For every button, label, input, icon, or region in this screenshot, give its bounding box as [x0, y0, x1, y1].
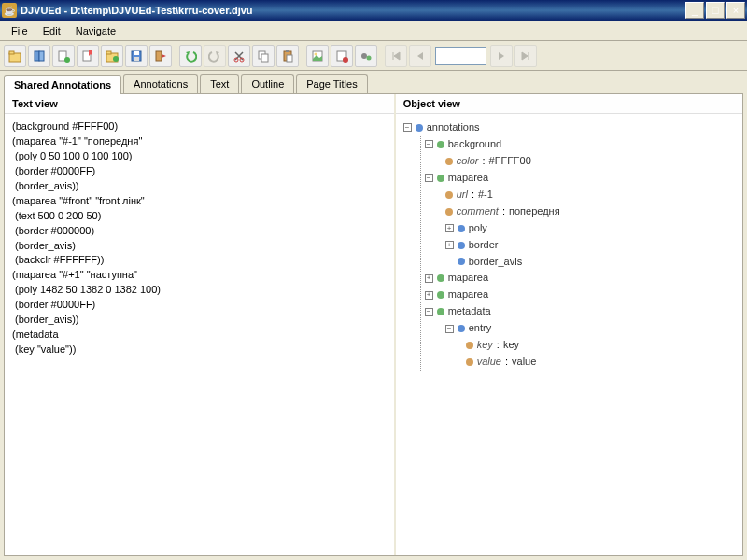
window-title: DJVUEd - D:\temp\DJVUEd-Test\krru-cover.…	[21, 5, 685, 16]
prop-key: color	[457, 154, 479, 169]
node-icon	[416, 124, 423, 132]
leaf-icon	[466, 342, 473, 349]
paste-icon[interactable]	[276, 45, 299, 67]
text-view-content[interactable]: (background #FFFF00) (maparea "#-1" "поп…	[5, 114, 394, 555]
tree-background-label: background	[448, 137, 502, 152]
node-icon	[458, 258, 465, 265]
close-button[interactable]: ×	[726, 2, 745, 19]
cut-icon[interactable]	[228, 45, 250, 67]
title-bar: ☕ DJVUEd - D:\temp\DJVUEd-Test\krru-cove…	[0, 0, 747, 21]
expand-icon[interactable]: −	[425, 140, 433, 148]
app-icon: ☕	[2, 3, 17, 18]
expand-icon[interactable]: −	[403, 123, 412, 132]
next-page-icon[interactable]	[490, 45, 513, 67]
svg-point-9	[113, 56, 119, 62]
svg-rect-12	[134, 57, 139, 61]
redo-icon	[204, 45, 226, 67]
tab-shared-annotations[interactable]: Shared Annotations	[4, 75, 121, 94]
prop-key: comment	[457, 204, 499, 219]
last-page-icon[interactable]	[514, 45, 537, 67]
maximize-button[interactable]: □	[706, 2, 725, 19]
node-icon	[458, 242, 465, 249]
tab-outline[interactable]: Outline	[241, 74, 294, 93]
node-icon	[437, 141, 444, 148]
svg-rect-8	[106, 51, 111, 54]
svg-rect-13	[156, 51, 162, 61]
svg-rect-2	[35, 51, 39, 61]
save-icon[interactable]	[125, 45, 148, 67]
node-icon	[437, 274, 444, 282]
tree-border-label: border	[469, 238, 499, 253]
leaf-icon	[466, 358, 473, 366]
svg-rect-1	[9, 51, 14, 54]
prop-value: key	[503, 338, 519, 353]
tab-text[interactable]: Text	[200, 74, 239, 93]
tree-maparea-label: maparea	[448, 271, 488, 286]
bookmark-icon[interactable]	[77, 45, 99, 67]
menu-navigate[interactable]: Navigate	[68, 23, 123, 38]
tree-border-avis-label: border_avis	[469, 255, 522, 270]
prev-page-icon[interactable]	[409, 45, 431, 67]
expand-icon[interactable]: −	[425, 308, 433, 316]
prop-key: url	[457, 188, 468, 203]
tab-page-titles[interactable]: Page Titles	[296, 74, 367, 93]
expand-icon[interactable]: +	[445, 224, 454, 232]
gears-icon[interactable]	[355, 45, 377, 67]
prop-value: #FFFF00	[489, 154, 531, 169]
object-tree[interactable]: − annotations − background color	[396, 114, 742, 555]
expand-icon[interactable]: −	[425, 174, 433, 182]
image-icon[interactable]	[306, 45, 329, 67]
svg-rect-11	[134, 51, 139, 55]
node-icon	[458, 225, 465, 232]
expand-icon[interactable]: +	[425, 291, 433, 300]
node-icon	[437, 175, 444, 182]
new-annotation-icon[interactable]	[52, 45, 75, 67]
prop-value: value	[512, 355, 536, 370]
menu-bar: File Edit Navigate	[0, 21, 747, 41]
svg-rect-20	[287, 55, 292, 62]
book-icon[interactable]	[28, 45, 50, 67]
menu-file[interactable]: File	[4, 23, 35, 38]
first-page-icon[interactable]	[385, 45, 407, 67]
image-add-icon[interactable]	[331, 45, 353, 67]
page-number-input[interactable]	[435, 47, 486, 65]
svg-point-24	[343, 57, 348, 63]
tree-maparea-label: maparea	[448, 171, 488, 186]
menu-edit[interactable]: Edit	[35, 23, 68, 38]
tree-metadata-label: metadata	[448, 304, 491, 319]
prop-key: key	[477, 338, 493, 353]
svg-rect-19	[286, 50, 289, 52]
prop-key: value	[477, 355, 501, 370]
tab-annotations[interactable]: Annotations	[123, 74, 198, 93]
tree-root-label: annotations	[427, 120, 480, 135]
svg-point-26	[367, 55, 372, 60]
prop-value: попередня	[509, 204, 560, 219]
minimize-button[interactable]: _	[685, 2, 704, 19]
text-view-pane: Text view (background #FFFF00) (maparea …	[5, 94, 396, 555]
leaf-icon	[445, 208, 453, 216]
object-view-header: Object view	[396, 94, 742, 114]
svg-rect-17	[261, 54, 268, 62]
expand-icon[interactable]: −	[445, 325, 454, 333]
node-icon	[437, 291, 444, 299]
leaf-icon	[445, 158, 453, 165]
node-icon	[458, 325, 465, 332]
node-icon	[437, 308, 444, 315]
tree-maparea-label: maparea	[448, 287, 488, 302]
text-view-header: Text view	[5, 94, 394, 114]
leaf-icon	[445, 191, 453, 199]
undo-icon[interactable]	[179, 45, 202, 67]
open-icon[interactable]	[4, 45, 26, 67]
copy-icon[interactable]	[252, 45, 275, 67]
expand-icon[interactable]: +	[445, 241, 454, 249]
tree-poly-label: poly	[469, 221, 487, 236]
expand-icon[interactable]: +	[425, 274, 433, 283]
folder-icon[interactable]	[101, 45, 123, 67]
object-view-pane: Object view − annotations − background	[396, 94, 742, 555]
exit-icon[interactable]	[149, 45, 172, 67]
toolbar	[0, 41, 747, 71]
tree-entry-label: entry	[469, 321, 491, 336]
tab-bar: Shared Annotations Annotations Text Outl…	[0, 71, 747, 93]
svg-rect-3	[39, 51, 44, 61]
prop-value: #-1	[478, 188, 493, 203]
